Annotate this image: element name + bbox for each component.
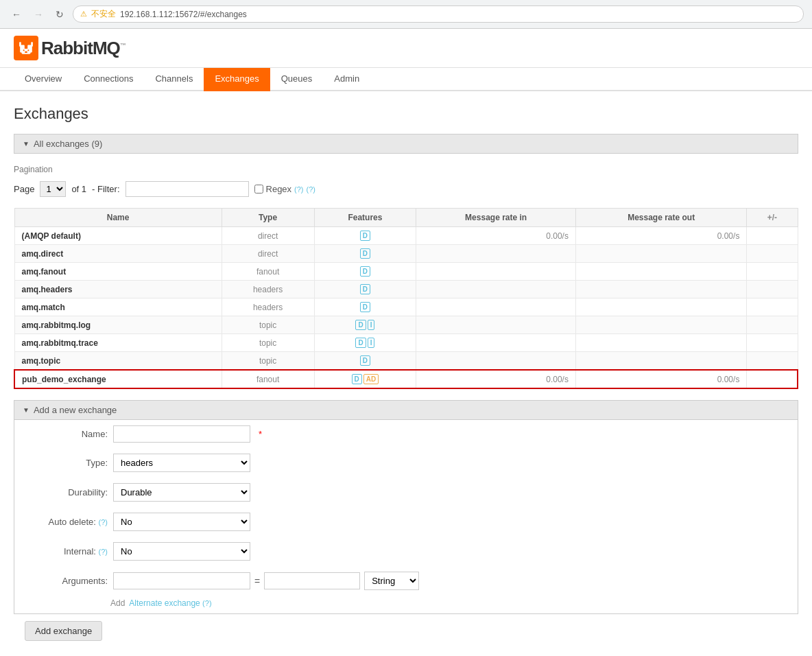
cell-name: amq.topic	[14, 352, 222, 371]
cell-plus-minus	[747, 370, 798, 388]
cell-rate-out	[575, 352, 746, 371]
cell-features: D	[314, 298, 416, 316]
table-row[interactable]: amq.rabbitmq.tracetopicDI	[14, 334, 798, 352]
durability-row: Durability: Durable Transient	[14, 478, 798, 507]
cell-features: D	[314, 281, 416, 298]
durability-select[interactable]: Durable Transient	[113, 483, 250, 502]
cell-features: D	[314, 352, 416, 371]
table-row[interactable]: pub_demo_exchangefanoutDAD0.00/s0.00/s	[14, 370, 798, 388]
table-row[interactable]: amq.rabbitmq.logtopicDI	[14, 316, 798, 334]
nav-connections[interactable]: Connections	[73, 68, 144, 91]
arguments-row: Arguments: = String Number Boolean	[14, 566, 798, 596]
forward-button[interactable]: →	[30, 8, 47, 21]
url-text: 192.168.1.112:15672/#/exchanges	[120, 10, 247, 19]
nav-channels[interactable]: Channels	[144, 68, 204, 91]
cell-features: DI	[314, 334, 416, 352]
cell-rate-out	[575, 316, 746, 334]
table-row[interactable]: (AMQP default)directD0.00/s0.00/s	[14, 227, 798, 245]
pagination-label: Pagination	[14, 159, 798, 177]
auto-delete-hint: (?)	[99, 518, 108, 526]
name-label: Name:	[25, 429, 108, 439]
internal-row: Internal: (?) No Yes	[14, 537, 798, 566]
refresh-button[interactable]: ↻	[52, 8, 67, 21]
col-type: Type	[222, 209, 314, 227]
logo: RabbitMQ™	[14, 36, 798, 60]
of-label: of 1	[71, 184, 86, 194]
cell-name: amq.rabbitmq.log	[14, 316, 222, 334]
feature-badge: D	[360, 248, 370, 259]
add-exchange-button[interactable]: Add exchange	[25, 621, 102, 641]
args-key-input[interactable]	[113, 572, 250, 589]
table-row[interactable]: amq.topictopicD	[14, 352, 798, 371]
auto-delete-label: Auto delete: (?)	[25, 517, 108, 527]
nav-queues[interactable]: Queues	[270, 68, 324, 91]
svg-rect-2	[19, 42, 21, 47]
cell-type: headers	[222, 298, 314, 316]
exchanges-table: Name Type Features Message rate in Messa…	[14, 208, 798, 389]
args-inputs: = String Number Boolean	[113, 572, 419, 590]
address-bar[interactable]: ⚠ 不安全 192.168.1.112:15672/#/exchanges	[73, 5, 804, 23]
cell-name: amq.fanout	[14, 263, 222, 281]
table-row[interactable]: amq.headersheadersD	[14, 281, 798, 298]
collapse-arrow: ▼	[23, 140, 29, 148]
internal-hint: (?)	[99, 548, 108, 556]
table-row[interactable]: amq.fanoutfanoutD	[14, 263, 798, 281]
all-exchanges-section[interactable]: ▼ All exchanges (9)	[14, 134, 798, 154]
cell-name: (AMQP default)	[14, 227, 222, 245]
logo-icon	[14, 36, 38, 60]
all-exchanges-label: All exchanges (9)	[34, 139, 102, 149]
filter-input[interactable]	[126, 181, 249, 197]
auto-delete-select[interactable]: No Yes	[113, 513, 250, 531]
feature-badge: D	[360, 284, 370, 294]
name-row: Name: *	[14, 420, 798, 448]
regex-checkbox[interactable]	[254, 185, 263, 194]
regex-hint2: (?)	[307, 185, 315, 194]
internal-select[interactable]: No Yes	[113, 542, 250, 561]
add-section-arrow: ▼	[23, 406, 29, 414]
cell-rate-in	[416, 263, 576, 281]
args-type-select[interactable]: String Number Boolean	[364, 572, 419, 590]
feature-badge: D	[352, 374, 362, 384]
alt-exchange-link[interactable]: Alternate exchange	[129, 598, 200, 608]
type-row: Type: direct fanout headers topic match	[14, 448, 798, 478]
svg-rect-3	[31, 42, 33, 47]
cell-plus-minus	[747, 263, 798, 281]
cell-rate-out	[575, 263, 746, 281]
add-section-label: Add a new exchange	[34, 405, 117, 415]
cell-features: DI	[314, 316, 416, 334]
alt-exchange-hint: (?)	[202, 599, 211, 607]
browser-bar: ← → ↻ ⚠ 不安全 192.168.1.112:15672/#/exchan…	[0, 0, 812, 29]
insecure-label: 不安全	[91, 8, 116, 20]
table-header-row: Name Type Features Message rate in Messa…	[14, 209, 798, 227]
feature-badge: D	[360, 231, 370, 241]
nav-exchanges[interactable]: Exchanges	[204, 68, 270, 91]
cell-type: direct	[222, 245, 314, 263]
page-select[interactable]: 1	[40, 181, 66, 197]
cell-type: topic	[222, 352, 314, 371]
type-label: Type:	[25, 458, 108, 468]
back-button[interactable]: ←	[8, 8, 25, 21]
feature-badge: D	[360, 302, 370, 312]
col-name: Name	[14, 209, 222, 227]
args-val-input[interactable]	[264, 572, 360, 589]
add-exchange-section-header[interactable]: ▼ Add a new exchange	[14, 400, 798, 420]
cell-features: D	[314, 227, 416, 245]
type-select[interactable]: direct fanout headers topic match	[113, 454, 250, 472]
cell-plus-minus	[747, 334, 798, 352]
cell-plus-minus	[747, 298, 798, 316]
nav-overview[interactable]: Overview	[14, 68, 73, 91]
cell-name: amq.direct	[14, 245, 222, 263]
cell-rate-in	[416, 352, 576, 371]
cell-plus-minus	[747, 245, 798, 263]
nav-admin[interactable]: Admin	[323, 68, 370, 91]
col-rate-out: Message rate out	[575, 209, 746, 227]
table-row[interactable]: amq.directdirectD	[14, 245, 798, 263]
regex-label[interactable]: Regex (?) (?)	[254, 184, 315, 194]
name-input[interactable]	[113, 425, 250, 443]
logo-tm: ™	[120, 42, 126, 49]
cell-rate-out: 0.00/s	[575, 370, 746, 388]
table-row[interactable]: amq.matchheadersD	[14, 298, 798, 316]
cell-rate-in	[416, 281, 576, 298]
cell-type: topic	[222, 334, 314, 352]
cell-plus-minus	[747, 316, 798, 334]
